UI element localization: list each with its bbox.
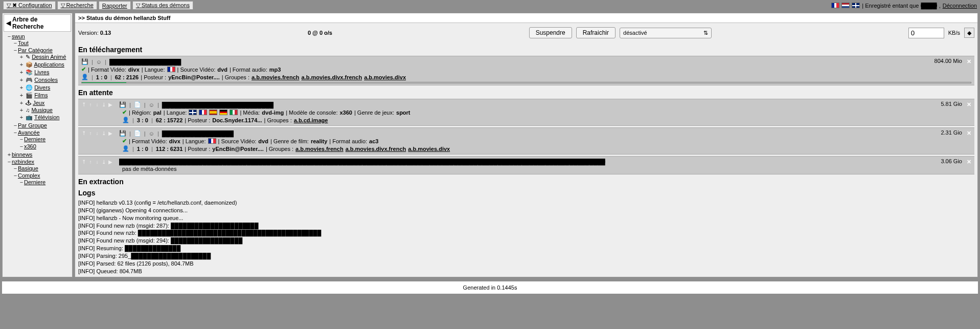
tree-television[interactable]: Télévision bbox=[34, 114, 60, 120]
kbs-label: KB/s bbox=[948, 30, 960, 36]
cat-icon: 📺 bbox=[26, 114, 33, 120]
tree-derniere[interactable]: Derniere bbox=[24, 136, 45, 142]
close-icon[interactable]: ✕ bbox=[965, 58, 972, 65]
transfer-rate: 0 @ 0 o/s bbox=[308, 30, 332, 36]
log-line: [INFO] Parsed: 62 files (2126 posts), 80… bbox=[78, 260, 974, 268]
tree-jeux[interactable]: Jeux bbox=[33, 100, 44, 106]
flag-fr-icon bbox=[167, 67, 175, 72]
move-bottom-icon[interactable]: ⤓ bbox=[101, 102, 106, 107]
menu-recherche[interactable]: ▽ Recherche bbox=[57, 1, 97, 10]
flag-fr-icon bbox=[199, 109, 207, 115]
tree-consoles[interactable]: Consoles bbox=[34, 77, 58, 83]
cat-icon: 📚 bbox=[26, 69, 33, 75]
genre-label: | Genre de jeux: bbox=[354, 109, 394, 116]
tree-tout[interactable]: Tout bbox=[18, 40, 29, 46]
tree-musique[interactable]: Musique bbox=[31, 107, 53, 113]
menu-rapporter[interactable]: Rapporter bbox=[99, 1, 131, 10]
group-link[interactable]: a.b.movies.divx bbox=[364, 74, 406, 80]
flag-en-icon bbox=[189, 109, 197, 115]
refresh-button[interactable]: Rafraichir bbox=[576, 27, 616, 38]
group-link[interactable]: a.b.movies.divx.french bbox=[346, 146, 406, 152]
tree-binnews[interactable]: binnews bbox=[12, 151, 32, 158]
close-icon[interactable]: ✕ bbox=[965, 158, 972, 165]
move-down-icon[interactable]: ↓ bbox=[95, 102, 100, 107]
tree-livres[interactable]: Livres bbox=[34, 69, 49, 75]
check-icon: ✔ bbox=[81, 66, 86, 73]
tree-applications[interactable]: Applications bbox=[34, 61, 64, 68]
move-top-icon[interactable]: ⤒ bbox=[81, 159, 86, 164]
play-icon[interactable]: ▶ bbox=[108, 159, 113, 164]
play-icon[interactable]: ▶ bbox=[108, 131, 113, 136]
logout-link[interactable]: Déconnection bbox=[943, 3, 977, 9]
src-label: | Source Vidéo: bbox=[218, 138, 257, 144]
group-link[interactable]: a.b.movies.divx bbox=[408, 146, 450, 152]
lang-fr-icon[interactable] bbox=[831, 3, 839, 8]
tree-basique[interactable]: Basique bbox=[18, 165, 38, 171]
main-header: >> Status du démon hellanzb Stuff bbox=[75, 13, 977, 23]
section-queued: En attente bbox=[78, 89, 974, 97]
title-redacted[interactable]: ██████████████████ bbox=[162, 130, 234, 137]
genre-label: | Genre de film: bbox=[270, 138, 309, 144]
aud-value: ac3 bbox=[369, 138, 378, 144]
menu-configuration[interactable]: ▽ ✖ Configuration bbox=[3, 1, 56, 10]
move-top-icon[interactable]: ⤒ bbox=[81, 131, 86, 136]
tree-avancee[interactable]: Avancée bbox=[18, 129, 40, 136]
move-up-icon[interactable]: ↑ bbox=[88, 159, 93, 164]
move-bottom-icon[interactable]: ⤓ bbox=[101, 131, 106, 136]
move-up-icon[interactable]: ↑ bbox=[88, 102, 93, 107]
title-redacted[interactable]: ██████████████████ bbox=[109, 59, 181, 65]
doc-icon: 📄 bbox=[134, 101, 141, 108]
tree-divers[interactable]: Divers bbox=[34, 84, 50, 91]
progress-bar bbox=[81, 82, 971, 83]
lang-nl-icon[interactable] bbox=[841, 3, 850, 8]
move-down-icon[interactable]: ↓ bbox=[95, 159, 100, 164]
counts: 3 : 0 bbox=[137, 117, 148, 123]
tree-complex[interactable]: Complex bbox=[18, 172, 40, 179]
sidebar-collapse-icon[interactable]: ◀ bbox=[6, 19, 11, 27]
section-downloading: En téléchargement bbox=[78, 46, 974, 54]
cat-icon: 🕹 bbox=[26, 100, 31, 106]
speed-limit-input[interactable] bbox=[908, 28, 944, 38]
refresh-select[interactable]: désactivé ⇅ bbox=[620, 28, 712, 38]
tree-films[interactable]: Films bbox=[34, 92, 48, 98]
media-label: | Média: bbox=[240, 109, 260, 116]
check-icon: ✔ bbox=[122, 109, 127, 116]
tree-nzbindex[interactable]: nzbindex bbox=[12, 159, 34, 165]
genre-value: reality bbox=[311, 138, 327, 144]
title-redacted[interactable]: ████████████████████████████ bbox=[162, 102, 274, 108]
title-redacted: ████████████████████████████████████████… bbox=[119, 159, 605, 165]
tree-dessin-anime[interactable]: Dessin Animé bbox=[32, 54, 66, 60]
section-extracting: En extraction bbox=[78, 178, 974, 186]
fmt-label: | Format Vidéo: bbox=[88, 67, 126, 73]
group-link[interactable]: a.b.movies.divx.french bbox=[302, 74, 362, 80]
tree-swun[interactable]: swun bbox=[12, 33, 25, 39]
poster-value: yEncBin@Poster.... bbox=[168, 74, 220, 80]
play-icon[interactable]: ▶ bbox=[108, 102, 113, 107]
group-link[interactable]: a.b.movies.french bbox=[295, 146, 344, 152]
tree-derniere2[interactable]: Derniere bbox=[24, 179, 45, 185]
tree-par-categorie[interactable]: Par Catégorie bbox=[18, 47, 53, 53]
doc-icon: 📄 bbox=[134, 130, 141, 137]
cat-icon: 🌐 bbox=[26, 84, 33, 91]
move-top-icon[interactable]: ⤒ bbox=[81, 102, 86, 107]
suspend-button[interactable]: Suspendre bbox=[529, 27, 572, 38]
group-link[interactable]: a.b.movies.french bbox=[252, 74, 300, 80]
cat-icon: 🎬 bbox=[26, 92, 33, 98]
genre-value: sport bbox=[396, 109, 411, 116]
menu-status-demons[interactable]: ▽ Status des démons bbox=[132, 1, 193, 10]
move-down-icon[interactable]: ↓ bbox=[95, 131, 100, 136]
close-icon[interactable]: ✕ bbox=[965, 101, 972, 108]
sidebar-title: Arbre de Recherche bbox=[12, 16, 69, 30]
posts: 62 : 15722 bbox=[156, 117, 183, 123]
groups-label: | Groupes : bbox=[222, 74, 249, 80]
move-bottom-icon[interactable]: ⤓ bbox=[101, 159, 106, 164]
group-link[interactable]: a.b.cd.image bbox=[294, 117, 328, 123]
section-logs: Logs bbox=[78, 189, 974, 197]
tree-par-groupe[interactable]: Par Groupe bbox=[18, 122, 47, 128]
tree-x360[interactable]: x360 bbox=[24, 143, 36, 149]
lang-en-icon[interactable] bbox=[852, 3, 860, 8]
counts: 1 : 0 bbox=[96, 74, 107, 80]
close-icon[interactable]: ✕ bbox=[965, 129, 972, 137]
speed-apply-button[interactable]: ◆ bbox=[964, 28, 974, 38]
move-up-icon[interactable]: ↑ bbox=[88, 131, 93, 136]
